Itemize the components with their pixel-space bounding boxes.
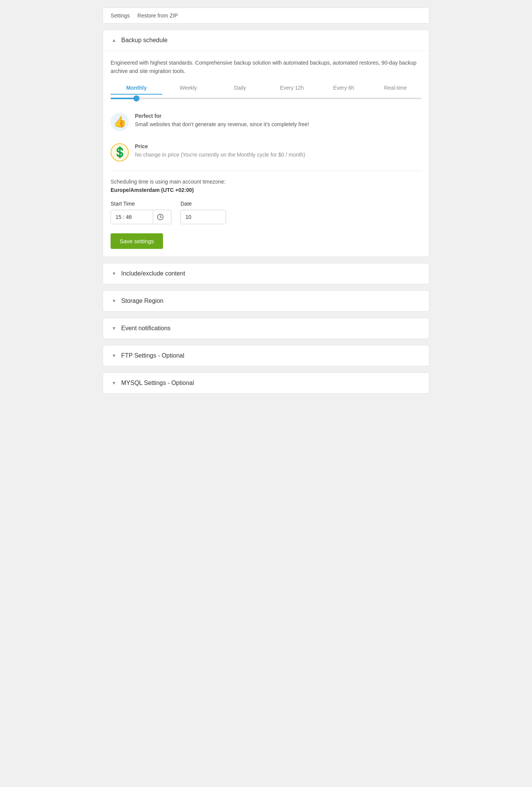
ftp-settings-header[interactable]: ▼ FTP Settings - Optional xyxy=(103,345,429,366)
coin-icon: 💲 xyxy=(111,143,129,162)
price-text: Price No change in price (You're current… xyxy=(135,143,305,159)
restore-nav-link[interactable]: Restore from ZIP xyxy=(138,13,178,19)
start-time-label: Start Time xyxy=(111,201,171,207)
event-notifications-title: Event notifications xyxy=(121,325,171,332)
price-main: No change in price xyxy=(135,152,179,158)
include-exclude-chevron-icon: ▼ xyxy=(111,270,117,277)
price-block: 💲 Price No change in price (You're curre… xyxy=(111,137,421,168)
thumbs-up-icon: 👍 xyxy=(111,113,129,131)
event-notifications-chevron-icon: ▼ xyxy=(111,325,117,332)
include-exclude-title: Include/exclude content xyxy=(121,270,185,277)
storage-region-panel: ▼ Storage Region xyxy=(103,290,429,312)
price-desc: No change in price (You're currently on … xyxy=(135,151,305,159)
mysql-settings-panel: ▼ MYSQL Settings - Optional xyxy=(103,372,429,394)
settings-nav-link[interactable]: Settings xyxy=(111,13,130,19)
perfect-for-block: 👍 Perfect for Small websites that don't … xyxy=(111,107,421,137)
timezone-text: Europe/Amsterdam (UTC +02:00) xyxy=(111,187,421,193)
perfect-for-text: Perfect for Small websites that don't ge… xyxy=(135,113,309,128)
backup-schedule-header[interactable]: ▲ Backup schedule xyxy=(103,30,429,51)
time-date-row: Start Time Date xyxy=(111,201,421,224)
start-time-group: Start Time xyxy=(111,201,171,224)
mysql-settings-chevron-icon: ▼ xyxy=(111,380,117,386)
date-label: Date xyxy=(180,201,226,207)
tab-weekly[interactable]: Weekly xyxy=(162,82,214,95)
date-input[interactable] xyxy=(181,210,226,224)
section-divider xyxy=(111,171,421,171)
storage-region-title: Storage Region xyxy=(121,298,163,304)
slider-track[interactable] xyxy=(111,98,421,99)
price-note: (You're currently on the Monthly cycle f… xyxy=(179,152,305,158)
frequency-slider-container xyxy=(111,95,421,107)
tab-monthly[interactable]: Monthly xyxy=(111,82,162,95)
event-notifications-panel: ▼ Event notifications xyxy=(103,318,429,339)
date-input-wrapper xyxy=(180,210,226,224)
ftp-settings-chevron-icon: ▼ xyxy=(111,352,117,359)
perfect-for-desc: Small websites that don't generate any r… xyxy=(135,120,309,128)
start-time-input[interactable] xyxy=(111,210,153,224)
frequency-tabs: Monthly Weekly Daily Every 12h Every 6h … xyxy=(111,82,421,95)
tab-daily[interactable]: Daily xyxy=(214,82,266,95)
clock-icon xyxy=(157,214,164,220)
top-nav: Settings Restore from ZIP xyxy=(103,8,429,24)
scheduling-info: Scheduling time is using main account ti… xyxy=(111,179,421,185)
date-group: Date xyxy=(180,201,226,224)
event-notifications-header[interactable]: ▼ Event notifications xyxy=(103,318,429,339)
include-exclude-panel: ▼ Include/exclude content xyxy=(103,263,429,284)
time-input-wrapper xyxy=(111,210,171,224)
clock-icon-button[interactable] xyxy=(153,211,168,223)
slider-fill xyxy=(111,98,136,99)
price-title: Price xyxy=(135,143,305,149)
mysql-settings-header[interactable]: ▼ MYSQL Settings - Optional xyxy=(103,373,429,393)
ftp-settings-panel: ▼ FTP Settings - Optional xyxy=(103,345,429,366)
perfect-for-title: Perfect for xyxy=(135,113,309,119)
tab-realtime[interactable]: Real-time xyxy=(370,82,421,95)
backup-schedule-chevron-icon: ▲ xyxy=(111,37,117,44)
save-settings-button[interactable]: Save settings xyxy=(111,233,163,249)
backup-schedule-panel: ▲ Backup schedule Engineered with highes… xyxy=(103,30,429,257)
ftp-settings-title: FTP Settings - Optional xyxy=(121,352,184,359)
backup-schedule-content: Engineered with highest standards. Compr… xyxy=(103,51,429,257)
backup-schedule-title: Backup schedule xyxy=(121,37,168,44)
storage-region-header[interactable]: ▼ Storage Region xyxy=(103,291,429,311)
mysql-settings-title: MYSQL Settings - Optional xyxy=(121,380,194,386)
tab-every6h[interactable]: Every 6h xyxy=(318,82,369,95)
tab-every12h[interactable]: Every 12h xyxy=(266,82,318,95)
include-exclude-header[interactable]: ▼ Include/exclude content xyxy=(103,263,429,284)
backup-schedule-description: Engineered with highest standards. Compr… xyxy=(111,51,421,82)
slider-thumb[interactable] xyxy=(133,95,139,101)
storage-region-chevron-icon: ▼ xyxy=(111,298,117,304)
